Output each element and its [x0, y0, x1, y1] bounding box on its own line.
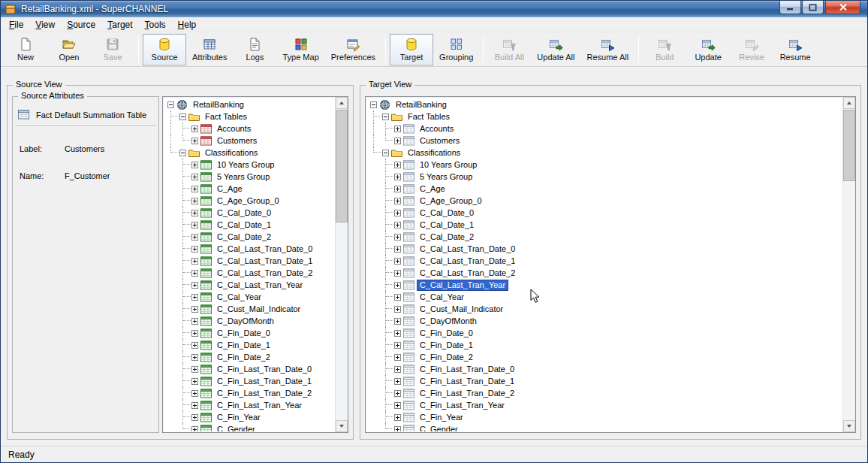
- tree-expander-plus[interactable]: [394, 366, 401, 373]
- tree-expander-minus[interactable]: [167, 101, 174, 108]
- tree-expander-plus[interactable]: [191, 246, 198, 253]
- tree-node-c-fin-date-0[interactable]: C_Fin_Date_0: [417, 328, 475, 338]
- tree-node-c-fin-year[interactable]: C_Fin_Year: [215, 413, 263, 422]
- tree-node-retailbanking[interactable]: RetailBanking: [191, 100, 246, 110]
- menu-tools[interactable]: Tools: [139, 18, 172, 32]
- tree-expander-plus[interactable]: [191, 258, 198, 265]
- tree-expander-plus[interactable]: [191, 186, 198, 192]
- tree-node-c-cal-date-0[interactable]: C_Cal_Date_0: [215, 208, 273, 218]
- tree-node-classifications[interactable]: Classifications: [405, 148, 463, 158]
- tree-expander-minus[interactable]: [179, 113, 186, 120]
- toolbar-grouping-button[interactable]: Grouping: [433, 34, 479, 65]
- tree-expander-plus[interactable]: [394, 258, 401, 265]
- tree-expander-plus[interactable]: [394, 390, 401, 397]
- tree-node-c-age[interactable]: C_Age: [417, 184, 448, 194]
- tree-node-5-years-group[interactable]: 5 Years Group: [215, 172, 272, 182]
- tree-expander-plus[interactable]: [394, 222, 401, 228]
- tree-expander-plus[interactable]: [394, 234, 401, 241]
- tree-expander-plus[interactable]: [191, 162, 198, 168]
- minimize-button[interactable]: [779, 1, 801, 14]
- tree-node-c-fin-year[interactable]: C_Fin_Year: [417, 413, 466, 422]
- menu-help[interactable]: Help: [172, 18, 203, 32]
- tree-expander-plus[interactable]: [191, 390, 198, 397]
- tree-expander-plus[interactable]: [394, 318, 401, 325]
- tree-node-c-age-group-0[interactable]: C_Age_Group_0: [417, 196, 484, 206]
- tree-expander-plus[interactable]: [191, 330, 198, 337]
- toolbar-source-button[interactable]: Source: [143, 34, 186, 65]
- tree-expander-plus[interactable]: [191, 402, 198, 409]
- tree-expander-plus[interactable]: [191, 210, 198, 216]
- tree-expander-plus[interactable]: [394, 282, 401, 289]
- tree-expander-plus[interactable]: [394, 270, 401, 277]
- tree-node-c-fin-date-1[interactable]: C_Fin_Date_1: [417, 340, 475, 350]
- tree-node-c-cal-last-tran-date-2[interactable]: C_Cal_Last_Tran_Date_2: [417, 268, 517, 278]
- tree-expander-minus[interactable]: [370, 101, 377, 108]
- tree-expander-plus[interactable]: [191, 138, 198, 144]
- tree-expander-plus[interactable]: [191, 354, 198, 361]
- tree-node-c-fin-date-0[interactable]: C_Fin_Date_0: [215, 328, 273, 338]
- tree-node-accounts[interactable]: Accounts: [215, 124, 253, 134]
- tree-expander-plus[interactable]: [394, 342, 401, 349]
- tree-node-c-cust-mail-indicator[interactable]: C_Cust_Mail_Indicator: [215, 304, 303, 314]
- tree-expander-plus[interactable]: [191, 126, 198, 132]
- toolbar-target-button[interactable]: Target: [390, 34, 433, 65]
- tree-expander-plus[interactable]: [394, 378, 401, 385]
- tree-node-c-fin-last-tran-date-1[interactable]: C_Fin_Last_Tran_Date_1: [215, 377, 314, 386]
- tree-node-c-cal-date-0[interactable]: C_Cal_Date_0: [417, 208, 476, 218]
- tree-node-retailbanking[interactable]: RetailBanking: [393, 100, 449, 110]
- tree-expander-plus[interactable]: [394, 246, 401, 253]
- tree-expander-plus[interactable]: [191, 378, 198, 385]
- tree-expander-plus[interactable]: [191, 174, 198, 180]
- tree-expander-plus[interactable]: [394, 138, 401, 144]
- tree-node-c-cal-last-tran-date-1[interactable]: C_Cal_Last_Tran_Date_1: [417, 256, 517, 266]
- tree-node-c-fin-date-2[interactable]: C_Fin_Date_2: [417, 353, 475, 362]
- toolbar-preferences-button[interactable]: Preferences: [325, 34, 381, 65]
- menu-target[interactable]: Target: [101, 18, 138, 32]
- tree-node-c-cal-date-1[interactable]: C_Cal_Date_1: [215, 220, 273, 230]
- tree-node-c-fin-last-tran-year[interactable]: C_Fin_Last_Tran_Year: [417, 401, 507, 410]
- tree-expander-plus[interactable]: [191, 198, 198, 204]
- toolbar-attributes-button[interactable]: Attributes: [186, 34, 233, 65]
- tree-expander-plus[interactable]: [191, 222, 198, 228]
- tree-node-classifications[interactable]: Classifications: [203, 148, 260, 158]
- tree-expander-plus[interactable]: [191, 366, 198, 373]
- menu-view[interactable]: View: [29, 18, 61, 32]
- tree-node-c-cal-year[interactable]: C_Cal_Year: [215, 292, 264, 302]
- tree-node-c-cal-last-tran-year[interactable]: C_Cal_Last_Tran_Year: [417, 280, 508, 290]
- tree-expander-plus[interactable]: [394, 426, 401, 432]
- tree-expander-plus[interactable]: [394, 162, 401, 168]
- tree-node-10-years-group[interactable]: 10 Years Group: [215, 160, 276, 170]
- tree-expander-plus[interactable]: [191, 282, 198, 289]
- tree-expander-plus[interactable]: [394, 294, 401, 301]
- scroll-down-button[interactable]: [336, 420, 348, 432]
- tree-node-c-cal-last-tran-date-2[interactable]: C_Cal_Last_Tran_Date_2: [215, 268, 315, 278]
- tree-expander-plus[interactable]: [394, 402, 401, 409]
- tree-node-c-cal-date-2[interactable]: C_Cal_Date_2: [417, 232, 476, 242]
- tree-expander-minus[interactable]: [382, 113, 389, 120]
- tree-node-fact-tables[interactable]: Fact Tables: [203, 112, 249, 122]
- toolbar-logs-button[interactable]: Logs: [233, 34, 276, 65]
- tree-expander-minus[interactable]: [179, 150, 186, 156]
- tree-node-accounts[interactable]: Accounts: [417, 124, 456, 134]
- tree-node-customers[interactable]: Customers: [215, 136, 259, 146]
- tree-expander-plus[interactable]: [394, 174, 401, 180]
- tree-node-c-age-group-0[interactable]: C_Age_Group_0: [215, 196, 282, 206]
- toolbar-open-button[interactable]: Open: [47, 34, 91, 65]
- menu-source[interactable]: Source: [61, 18, 101, 32]
- scroll-thumb[interactable]: [843, 110, 855, 181]
- scroll-up-button[interactable]: [336, 97, 348, 109]
- tree-node-c-cal-date-2[interactable]: C_Cal_Date_2: [215, 232, 273, 242]
- tree-node-c-fin-last-tran-date-0[interactable]: C_Fin_Last_Tran_Date_0: [417, 365, 517, 374]
- tree-node-5-years-group[interactable]: 5 Years Group: [417, 172, 475, 182]
- toolbar-new-button[interactable]: New: [4, 34, 47, 65]
- tree-expander-minus[interactable]: [382, 150, 389, 156]
- tree-node-c-fin-last-tran-date-1[interactable]: C_Fin_Last_Tran_Date_1: [417, 377, 517, 386]
- titlebar[interactable]: RetailBanking.xml - SuperCHANNEL: [1, 1, 867, 17]
- tree-expander-plus[interactable]: [191, 294, 198, 301]
- scroll-down-button[interactable]: [843, 420, 855, 432]
- tree-expander-plus[interactable]: [394, 306, 401, 313]
- tree-node-c-cal-last-tran-date-0[interactable]: C_Cal_Last_Tran_Date_0: [215, 244, 315, 254]
- tree-expander-plus[interactable]: [191, 414, 198, 421]
- tree-node-c-cust-mail-indicator[interactable]: C_Cust_Mail_Indicator: [417, 304, 505, 314]
- toolbar-update-all-button[interactable]: Update All: [531, 34, 580, 65]
